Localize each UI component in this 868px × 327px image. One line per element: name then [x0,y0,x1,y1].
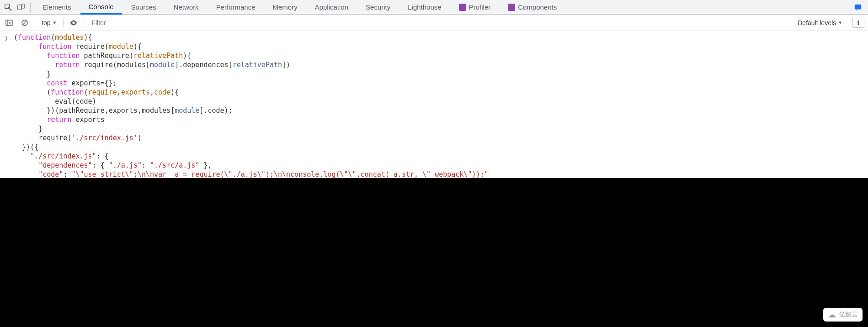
t: exports [71,79,100,87]
t: ){ [133,42,142,51]
t [14,170,38,179]
tab-network[interactable]: Network [165,0,207,15]
issue-count-badge[interactable]: 1 [852,18,864,28]
console-entry: ❯ (function(modules){ function require(m… [5,33,868,179]
watermark-text: 亿速云 [839,311,858,319]
svg-rect-3 [855,4,861,9]
t [14,152,30,160]
tab-sources[interactable]: Sources [123,0,165,15]
t: modules [142,106,170,115]
watermark-badge: ☁ 亿速云 [823,308,863,322]
t: module [109,42,133,51]
tab-elements[interactable]: Elements [34,0,80,15]
t: require [38,134,67,142]
t: dependences [183,61,228,69]
t: ) [138,134,142,142]
t: require [75,42,104,51]
tab-console[interactable]: Console [80,0,122,15]
t: module [175,106,199,115]
t [14,61,55,69]
t: relativePath [233,61,282,69]
t: module [150,61,175,69]
t: ]. [175,61,183,69]
t: ( [84,88,88,96]
t: "dependences" [38,161,92,169]
feedback-icon[interactable] [852,2,863,13]
t: ={}; [101,79,117,87]
t: relativePath [133,52,183,60]
divider [63,18,64,27]
t: ){ [84,33,92,42]
t: "./a.js" [109,161,142,169]
t: [ [146,61,150,69]
svg-rect-2 [22,4,24,8]
tab-components[interactable]: Components [500,0,565,15]
t [14,42,38,51]
t: require [84,61,113,69]
context-selector[interactable]: top ▼ [40,19,59,26]
t: ); [224,106,233,115]
tab-performance[interactable]: Performance [208,0,264,15]
tab-profiler[interactable]: Profiler [451,0,499,15]
t [14,161,38,169]
toggle-sidebar-icon[interactable] [4,17,15,28]
t: "\"use strict\";\n\nvar _a = require(\".… [71,170,488,179]
t: : { [92,161,109,169]
t: function [38,42,71,51]
t: ){ [170,88,179,96]
divider [30,3,31,12]
t: : [142,161,150,169]
t [14,97,55,105]
t: }, [199,161,212,169]
t: pathRequire [59,106,104,115]
context-label: top [42,19,50,26]
tab-lighthouse[interactable]: Lighthouse [399,0,449,15]
t: ( [14,88,51,96]
t: ]. [199,106,208,115]
clear-console-icon[interactable] [19,17,30,28]
t: ]) [282,61,290,69]
t: : { [96,152,109,160]
tab-bar-left [2,1,33,14]
profiler-ext-icon [459,4,466,11]
t: , [105,106,109,115]
device-toggle-icon[interactable] [15,1,27,14]
t: , [138,106,142,115]
t: ( [14,33,18,42]
tab-profiler-label: Profiler [469,3,491,11]
t: })( [14,106,59,115]
divider [35,18,35,27]
tab-security[interactable]: Security [357,0,399,15]
t: './src/index.js' [71,134,138,142]
components-ext-icon [508,4,515,11]
t: code [154,88,170,96]
chevron-down-icon: ▼ [52,20,57,25]
tab-application[interactable]: Application [307,0,357,15]
t: ) [92,97,96,105]
console-output: ❯ (function(modules){ function require(m… [0,31,868,179]
t: ( [129,52,133,60]
prompt-arrow-icon: ❯ [5,33,10,43]
tab-components-label: Components [518,3,557,11]
chevron-down-icon: ▼ [838,20,842,25]
t: modules [117,61,146,69]
code-block[interactable]: (function(modules){ function require(mod… [14,33,489,179]
live-expression-icon[interactable] [68,17,79,28]
devtools-tab-bar: Elements Console Sources Network Perform… [0,0,868,15]
t: function [18,33,51,42]
t: ){ [183,52,191,60]
console-toolbar: top ▼ Default levels ▼ 1 [0,15,868,31]
inspect-icon[interactable] [2,1,15,14]
log-levels-selector[interactable]: Default levels ▼ [795,19,845,26]
t: function [51,88,84,96]
t: code [75,97,92,105]
t: "code" [38,170,63,179]
divider [84,18,84,27]
tab-memory[interactable]: Memory [265,0,306,15]
levels-label: Default levels [798,19,836,26]
t: : [63,170,71,179]
t: "./src/a.js" [150,161,199,169]
t: ( [51,33,55,42]
t [80,52,84,60]
filter-input[interactable] [89,16,790,29]
